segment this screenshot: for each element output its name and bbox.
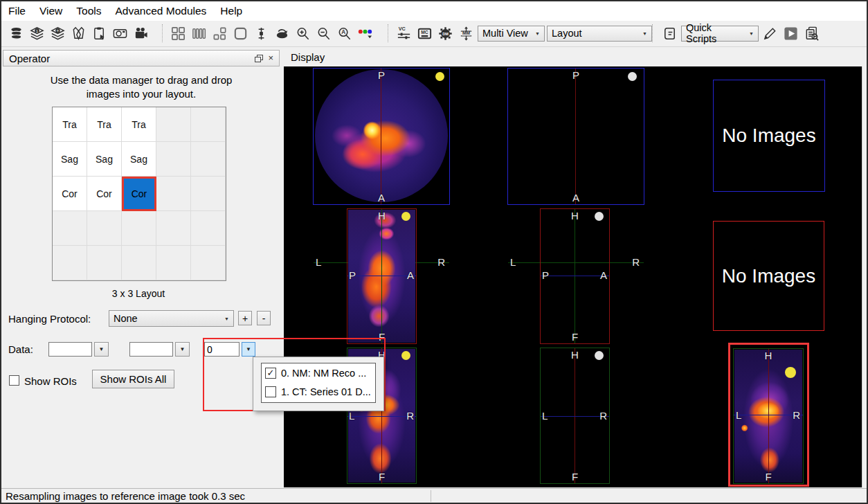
layout-grid-cell-empty[interactable] — [87, 211, 122, 246]
mm-measure-icon[interactable]: MM — [457, 24, 476, 42]
svg-text:MC: MC — [421, 30, 428, 35]
data-combo-3-dropdown-button[interactable] — [242, 342, 255, 357]
layout-grid-cell[interactable]: Sag — [122, 142, 156, 177]
layout-grid-cell[interactable]: Tra — [122, 107, 156, 142]
viewport-no-images-2[interactable]: No Images — [713, 221, 824, 331]
layout-grid-cell[interactable]: Cor — [53, 177, 87, 211]
strips-vertical-icon[interactable] — [190, 24, 208, 42]
zoom-in-icon[interactable] — [293, 24, 312, 42]
suit-icon[interactable] — [69, 24, 88, 42]
grid-mixed-icon[interactable] — [210, 24, 229, 42]
show-rois-label: Show ROIs — [24, 375, 77, 387]
database-icon[interactable] — [7, 24, 26, 42]
orientation-label: R — [406, 410, 414, 422]
menu-view[interactable]: View — [33, 2, 69, 20]
viewport-no-images-1[interactable]: No Images — [713, 80, 825, 192]
orientation-label: R — [599, 410, 607, 422]
viewport-transaxial-2[interactable]: P A L R — [507, 68, 644, 205]
show-rois-all-button[interactable]: Show ROIs All — [92, 370, 174, 388]
layout-grid-cell-empty[interactable] — [122, 246, 156, 280]
show-rois-checkbox[interactable] — [9, 375, 19, 386]
layout-grid-cell[interactable]: Sag — [87, 142, 122, 177]
layout-dropdown[interactable]: Layout — [547, 26, 652, 42]
toolbar-group-views: VC MC DM MM Multi View Layout — [395, 24, 652, 43]
dm-gear-icon[interactable]: DM — [436, 24, 455, 42]
menu-help[interactable]: Help — [213, 2, 249, 20]
mc-display-icon[interactable]: MC — [415, 24, 434, 42]
play-icon[interactable] — [781, 24, 800, 42]
data-combo-2-dropdown-button[interactable] — [175, 342, 190, 357]
orientation-label: R — [437, 256, 445, 268]
layout-grid-cell-empty[interactable] — [191, 177, 226, 211]
layout-grid-cell-empty[interactable] — [156, 107, 191, 142]
data-combo-1-dropdown-button[interactable] — [94, 342, 109, 357]
viewport-coronal-2[interactable]: H F L R — [540, 348, 610, 484]
layers-one-icon[interactable]: 1 — [28, 24, 46, 42]
data-combo-2-input[interactable] — [129, 342, 173, 357]
toolbar: 1 + A VC MC DM MM Multi View La — [1, 21, 867, 47]
status-dot-white — [595, 212, 604, 221]
layout-grid-cell[interactable]: Cor — [87, 177, 122, 211]
hanging-protocol-add-button[interactable]: + — [238, 311, 252, 325]
display-scrollbar[interactable] — [862, 66, 867, 487]
viewport-sagittal-1[interactable]: H F P A — [347, 208, 417, 344]
single-view-icon[interactable] — [231, 24, 250, 42]
layout-grid-cell-empty[interactable] — [191, 142, 226, 177]
menu-advanced-modules[interactable]: Advanced Modules — [109, 2, 214, 20]
toolbar-separator — [162, 24, 163, 42]
script-scroll-icon[interactable] — [660, 24, 679, 42]
hanging-protocol-dropdown[interactable]: None — [109, 310, 234, 327]
layout-grid-cell-empty[interactable] — [53, 246, 87, 280]
rgb-dots-icon[interactable] — [356, 24, 374, 42]
viewport-sagittal-2[interactable]: H F P A — [540, 208, 610, 344]
checkbox-checked-icon[interactable]: ✓ — [265, 368, 276, 379]
no-images-text: No Images — [722, 125, 815, 147]
layout-grid-cell[interactable]: Sag — [53, 142, 87, 177]
svg-text:VC: VC — [399, 26, 406, 32]
viewport-transaxial-1[interactable]: P A L R — [313, 68, 450, 205]
close-panel-icon[interactable]: × — [268, 55, 273, 62]
menu-tools[interactable]: Tools — [69, 2, 108, 20]
layout-grid-cell-selected[interactable]: Cor — [122, 177, 156, 211]
no-images-text: No Images — [722, 265, 815, 287]
layout-grid-cell-empty[interactable] — [156, 142, 191, 177]
layout-grid-cell[interactable]: Tra — [87, 107, 122, 142]
zoom-out-icon[interactable] — [314, 24, 333, 42]
layers-add-icon[interactable]: + — [48, 24, 67, 42]
data-combo-1-input[interactable] — [48, 342, 92, 357]
data-combo-3-input[interactable] — [204, 342, 239, 357]
document-search-icon[interactable] — [802, 24, 821, 42]
checkbox-unchecked-icon[interactable] — [265, 386, 276, 397]
layout-grid-cell[interactable]: Tra — [53, 107, 87, 142]
camera-icon[interactable] — [111, 24, 129, 42]
layout-grid-cell-empty[interactable] — [53, 211, 87, 246]
clipboard-icon[interactable] — [90, 24, 109, 42]
layout-grid-cell-empty[interactable] — [156, 246, 191, 280]
quick-scripts-dropdown[interactable]: Quick Scripts — [681, 26, 759, 42]
crosshair-tool-icon[interactable] — [252, 24, 271, 42]
hanging-protocol-remove-button[interactable]: - — [257, 311, 271, 325]
application-window: File View Tools Advanced Modules Help 1 … — [0, 0, 868, 504]
layout-grid-cell-empty[interactable] — [191, 107, 226, 142]
layout-grid-cell-empty[interactable] — [191, 211, 226, 246]
grid-2x2-icon[interactable] — [169, 24, 188, 42]
layout-grid-cell-empty[interactable] — [122, 211, 156, 246]
vc-sliders-icon[interactable]: VC — [395, 24, 413, 42]
pencil-icon[interactable] — [761, 24, 779, 42]
multi-view-dropdown[interactable]: Multi View — [478, 26, 545, 42]
orientation-label: F — [572, 331, 578, 343]
float-panel-icon[interactable] — [255, 55, 262, 62]
list-item-ct-series[interactable]: 1. CT: Series 01 D... — [262, 382, 375, 401]
layout-grid-cell-empty[interactable] — [156, 177, 191, 211]
menu-file[interactable]: File — [1, 2, 33, 20]
layout-grid-cell-empty[interactable] — [156, 211, 191, 246]
instruction-text: Use the data manager to drag and drop im… — [3, 73, 280, 101]
layout-grid-cell-empty[interactable] — [191, 246, 226, 280]
layout-grid-cell-empty[interactable] — [87, 246, 122, 280]
svg-text:1: 1 — [36, 28, 39, 33]
video-camera-icon[interactable] — [132, 24, 150, 42]
list-item-nm-series[interactable]: ✓ 0. NM: NM Reco ... — [262, 363, 375, 382]
status-dot-yellow — [401, 212, 410, 221]
rotate-3d-icon[interactable] — [273, 24, 291, 42]
zoom-auto-icon[interactable]: A — [335, 24, 354, 42]
